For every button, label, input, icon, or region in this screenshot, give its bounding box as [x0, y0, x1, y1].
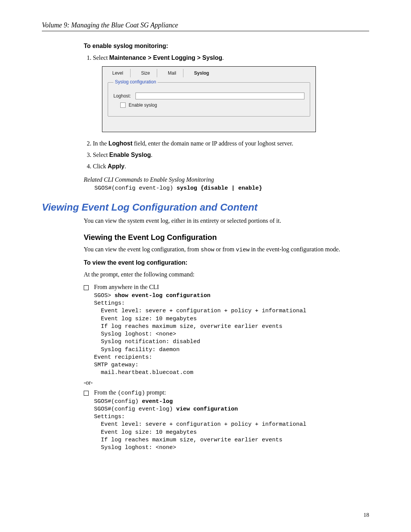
- syslog-fieldset: Syslog configuration Loghost: Enable sys…: [108, 79, 310, 117]
- step-1: Select Maintenance > Event Logging > Sys…: [93, 53, 369, 132]
- running-header: Volume 9: Managing the Blue Coat SG Appl…: [42, 21, 369, 31]
- cli-block-1: SGOS> show event-log configuration Setti…: [94, 292, 369, 377]
- loghost-input[interactable]: [135, 93, 304, 99]
- step-3: Select Enable Syslog.: [93, 150, 369, 160]
- prompt-intro: At the prompt, enter the following comma…: [84, 270, 369, 279]
- content-body: To enable syslog monitoring: Select Main…: [84, 43, 369, 192]
- cli-options-list: From anywhere in the CLI SGOS> show even…: [84, 284, 369, 377]
- section2-body: You can view the system event log, eithe…: [84, 216, 369, 452]
- section3-intro: You can view the event log configuration…: [84, 245, 369, 255]
- step-4: Click Apply.: [93, 162, 369, 171]
- subheading-viewing-event-log-config: Viewing the Event Log Configuration: [84, 233, 369, 242]
- tab-size[interactable]: Size: [134, 69, 157, 77]
- syslog-fieldset-legend: Syslog configuration: [113, 78, 158, 85]
- syslog-config-screenshot: Level Size Mail Syslog Syslog configurat…: [102, 66, 316, 132]
- tab-syslog[interactable]: Syslog: [187, 69, 216, 77]
- tab-bar: Level Size Mail Syslog: [102, 67, 315, 77]
- cli-block-2: SGOS#(config) event-log SGOS#(config eve…: [94, 398, 369, 452]
- enable-syslog-row: Enable syslog: [120, 102, 304, 109]
- page-number: 18: [363, 512, 369, 518]
- enable-syslog-checkbox[interactable]: [120, 102, 126, 108]
- related-cli-heading: Related CLI Commands to Enable Syslog Mo…: [84, 176, 369, 183]
- enable-syslog-steps: Select Maintenance > Event Logging > Sys…: [84, 53, 369, 171]
- square-bullet-icon: [84, 285, 89, 290]
- tab-mail[interactable]: Mail: [161, 69, 183, 77]
- step-2: In the Loghost field, enter the domain n…: [93, 139, 369, 148]
- cli-option-config-prompt: From the (config) prompt: SGOS#(config) …: [84, 389, 369, 452]
- square-bullet-icon: [84, 391, 89, 396]
- loghost-label: Loghost:: [113, 93, 132, 99]
- bullet2-label: From the (config) prompt:: [94, 389, 369, 396]
- cli-options-list-2: From the (config) prompt: SGOS#(config) …: [84, 389, 369, 452]
- enable-syslog-checkbox-label: Enable syslog: [129, 102, 157, 109]
- loghost-row: Loghost:: [113, 93, 304, 99]
- section-viewing-config-content: Viewing Event Log Configuration and Cont…: [42, 201, 369, 213]
- step-1-path: Maintenance > Event Logging > Syslog: [109, 54, 222, 61]
- heading-to-view-config: To view the event log configuration:: [84, 259, 369, 266]
- cli-option-anywhere: From anywhere in the CLI SGOS> show even…: [84, 284, 369, 377]
- step-1-text: Select: [93, 54, 109, 61]
- bullet1-label: From anywhere in the CLI: [94, 284, 369, 291]
- section2-intro: You can view the system event log, eithe…: [84, 216, 369, 225]
- heading-enable-syslog: To enable syslog monitoring:: [84, 43, 369, 50]
- related-cli-command: SGOS#(config event-log) syslog {disable …: [94, 185, 369, 192]
- or-separator: -or-: [84, 379, 369, 386]
- tab-level[interactable]: Level: [105, 69, 131, 77]
- page-container: Volume 9: Managing the Blue Coat SG Appl…: [0, 0, 411, 532]
